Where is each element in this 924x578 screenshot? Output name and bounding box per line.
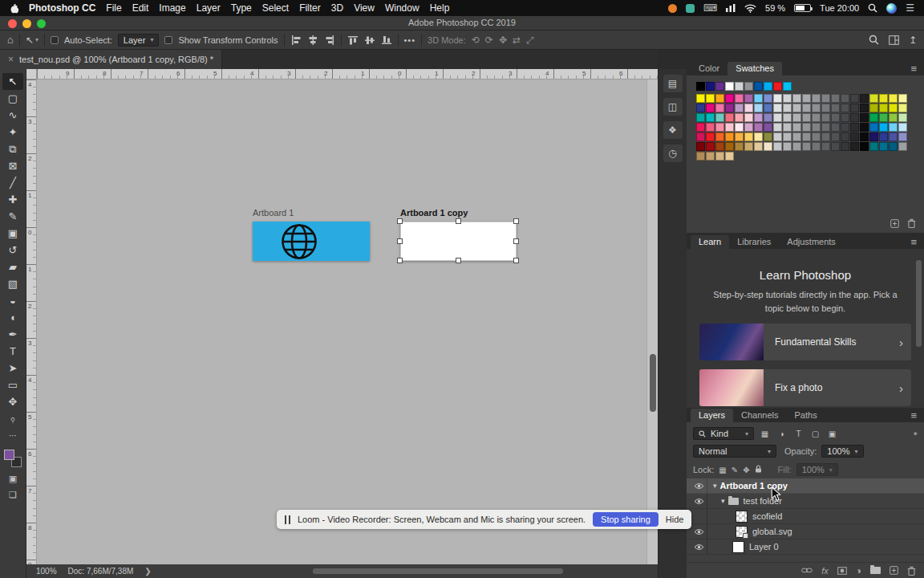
swatch[interactable] [821,94,830,103]
auto-select-dropdown[interactable]: Layer▾ [118,34,160,47]
loom-app-icon[interactable] [668,4,677,13]
swatch[interactable] [783,142,792,151]
3d-roll-icon[interactable]: ⟳ [485,35,493,46]
swatch[interactable] [879,94,888,103]
swatch[interactable] [715,132,724,141]
swatch[interactable] [754,132,763,141]
tab-layers[interactable]: Layers [691,409,733,422]
swatch[interactable] [764,82,772,91]
swatch[interactable] [850,142,859,151]
current-tool-icon[interactable]: ↖▾ [26,35,38,46]
layer-filter-kind-dropdown[interactable]: Kind ▾ [693,427,754,440]
swatch[interactable] [773,104,782,112]
swatch[interactable] [706,82,715,91]
layer-row-layer-0[interactable]: Layer 0 [687,539,924,555]
swatch[interactable] [898,113,907,122]
close-document-icon[interactable]: × [8,54,14,65]
swatch[interactable] [841,104,849,112]
disclosure-triangle-icon[interactable]: ▾ [721,497,725,505]
opacity-dropdown[interactable]: 100% ▾ [821,445,863,458]
swatch[interactable] [898,142,907,151]
swatch[interactable] [706,113,715,122]
swatch[interactable] [783,82,792,91]
panel-menu-icon[interactable]: ≡ [910,412,917,422]
swatch[interactable] [860,132,869,141]
swatch[interactable] [715,104,724,112]
status-chevron-button[interactable]: ❯ [144,567,151,576]
swatch[interactable] [725,152,734,161]
new-group-folder-icon[interactable] [870,567,881,574]
swatch[interactable] [889,113,898,122]
canvas-viewport[interactable]: Artboard 1 Artboard 1 copy [37,79,646,564]
swatch[interactable] [735,82,744,91]
swatch[interactable] [812,142,821,151]
swatch[interactable] [735,94,744,103]
swatch[interactable] [879,132,888,141]
workspace-switcher-icon[interactable] [889,35,899,45]
layer-thumbnail[interactable] [736,511,748,523]
swatch[interactable] [802,123,811,132]
swatch[interactable] [696,152,705,161]
swatch[interactable] [850,113,859,122]
app-icon[interactable] [686,4,695,13]
screen-mode-icon[interactable]: ❏ [9,490,17,500]
layer-row-global-svg[interactable]: global.svg [687,524,924,539]
swatch[interactable] [812,104,821,112]
vertical-scrollbar-thumb[interactable] [650,354,656,412]
transform-handle[interactable] [397,218,403,224]
swatch[interactable] [831,104,840,112]
new-swatch-icon[interactable] [890,219,899,228]
edit-toolbar-icon[interactable]: ⋯ [2,427,23,444]
menu-edit[interactable]: Edit [132,2,149,14]
layer-filtering-toggle[interactable]: ● [914,429,918,438]
swatch[interactable] [889,104,898,112]
swatch[interactable] [706,123,715,132]
swatch[interactable] [850,132,859,141]
horizontal-scrollbar-thumb[interactable] [313,568,563,574]
transform-handle[interactable] [513,218,519,224]
lasso-tool[interactable]: ∿ [2,107,23,124]
swatch[interactable] [706,152,715,161]
swatch[interactable] [841,94,849,103]
filter-pixel-layers-icon[interactable]: ▦ [759,429,771,438]
swatch[interactable] [744,123,753,132]
document-tab[interactable]: × test_nou.psd @ 100% (Artboard 1 copy, … [0,50,222,69]
swatch[interactable] [696,82,705,91]
menu-select[interactable]: Select [262,2,289,14]
gradient-tool[interactable]: ▧ [2,275,23,292]
control-center-icon[interactable]: ☰ [906,2,914,14]
apple-logo-icon[interactable] [10,3,18,14]
shape-tool[interactable]: ▭ [2,377,23,393]
swatch[interactable] [898,123,907,132]
swatch[interactable] [764,113,772,122]
wifi-icon[interactable] [744,4,756,13]
swatch[interactable] [869,94,878,103]
swatch[interactable] [773,123,782,132]
swatch[interactable] [869,142,878,151]
swatch[interactable] [792,113,801,122]
swatch[interactable] [773,142,782,151]
swatch[interactable] [744,82,753,91]
transform-handle[interactable] [397,238,403,244]
swatch[interactable] [889,94,898,103]
swatch[interactable] [792,132,801,141]
layer-row-artboard-1-copy[interactable]: ▾Artboard 1 copy [687,478,924,494]
lock-image-pixels-icon[interactable]: ✎ [732,466,738,474]
delete-swatch-trash-icon[interactable] [907,218,916,228]
hide-button[interactable]: Hide [666,515,684,524]
visibility-eye-icon[interactable] [691,478,707,493]
swatch[interactable] [706,132,715,141]
3d-slide-icon[interactable]: ⇄ [513,35,521,46]
pause-icon[interactable] [285,515,290,524]
swatch[interactable] [812,123,821,132]
swatch[interactable] [841,132,849,141]
transform-handle[interactable] [513,258,519,263]
align-left-edges-icon[interactable] [290,35,302,46]
swatch[interactable] [754,142,763,151]
swatch[interactable] [869,113,878,122]
menu-clock[interactable]: Tue 20:00 [820,3,859,13]
swatch[interactable] [850,123,859,132]
filter-shape-layers-icon[interactable]: ▢ [809,429,821,438]
swatch[interactable] [802,113,811,122]
align-horizontal-centers-icon[interactable] [307,35,318,46]
